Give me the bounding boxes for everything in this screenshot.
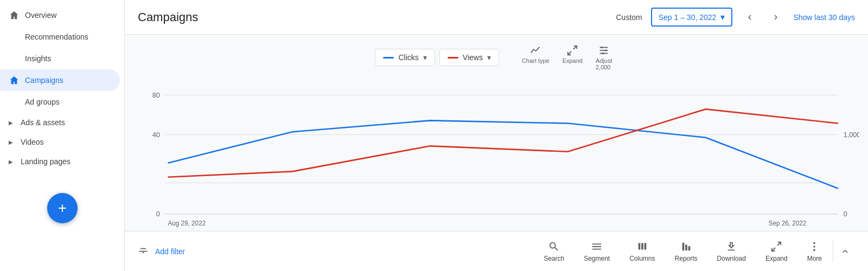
svg-text:Aug 29, 2022: Aug 29, 2022 bbox=[168, 219, 206, 227]
sidebar-item-overview[interactable]: Overview bbox=[0, 4, 120, 26]
svg-line-24 bbox=[772, 247, 775, 250]
campaigns-home-icon bbox=[9, 75, 20, 86]
clicks-metric-button[interactable]: Clicks ▾ bbox=[375, 49, 435, 66]
download-label: Download bbox=[717, 255, 746, 262]
svg-point-7 bbox=[602, 53, 604, 55]
search-label: Search bbox=[544, 255, 564, 262]
custom-label: Custom bbox=[616, 13, 642, 22]
sidebar: Overview Recommendations Insights Campai… bbox=[0, 0, 125, 271]
svg-rect-21 bbox=[685, 244, 687, 250]
expand-toolbar-button[interactable]: Expand bbox=[757, 236, 796, 267]
sidebar-item-recommendations-label: Recommendations bbox=[25, 33, 88, 41]
segment-label: Segment bbox=[584, 255, 610, 262]
expand-label: Expand bbox=[563, 57, 583, 64]
date-range-dropdown[interactable]: Sep 1 – 30, 2022 ▾ bbox=[651, 8, 733, 27]
toolbar-actions: Search Segment Columns bbox=[535, 236, 831, 267]
svg-point-26 bbox=[813, 246, 815, 248]
ad-groups-icon bbox=[9, 96, 20, 107]
prev-period-button[interactable] bbox=[741, 9, 758, 26]
svg-point-5 bbox=[601, 47, 603, 49]
svg-text:Sep 26, 2022: Sep 26, 2022 bbox=[769, 219, 807, 227]
views-metric-button[interactable]: Views ▾ bbox=[439, 49, 499, 66]
svg-point-6 bbox=[605, 49, 607, 51]
chart-controls: Clicks ▾ Views ▾ Chart type bbox=[133, 35, 859, 78]
svg-rect-20 bbox=[682, 242, 684, 250]
columns-label: Columns bbox=[629, 255, 655, 262]
dropdown-chevron-icon: ▾ bbox=[720, 12, 725, 22]
expand-toolbar-label: Expand bbox=[765, 255, 788, 262]
main-content: Campaigns Custom Sep 1 – 30, 2022 ▾ Show… bbox=[125, 0, 868, 271]
page-title: Campaigns bbox=[138, 10, 607, 24]
views-label: Views bbox=[463, 53, 483, 62]
toolbar-divider bbox=[833, 241, 833, 262]
next-period-button[interactable] bbox=[767, 9, 784, 26]
reports-button[interactable]: Reports bbox=[666, 236, 706, 267]
clicks-dropdown-icon: ▾ bbox=[423, 53, 427, 62]
svg-line-0 bbox=[573, 46, 577, 49]
home-icon bbox=[9, 10, 20, 21]
more-button[interactable]: More bbox=[799, 236, 831, 267]
views-line-indicator bbox=[448, 57, 458, 59]
expand-chart-button[interactable]: Expand bbox=[557, 41, 588, 74]
svg-text:0: 0 bbox=[156, 209, 160, 217]
sidebar-item-videos[interactable]: ▶ Videos bbox=[0, 132, 120, 152]
show-last-30-days-link[interactable]: Show last 30 days bbox=[793, 13, 855, 22]
svg-text:40: 40 bbox=[152, 130, 160, 138]
recommendations-icon bbox=[9, 31, 20, 42]
svg-text:80: 80 bbox=[152, 91, 160, 99]
sidebar-item-overview-label: Overview bbox=[25, 11, 56, 20]
fab-icon: + bbox=[58, 199, 67, 217]
add-filter-label[interactable]: Add filter bbox=[155, 247, 185, 256]
svg-point-27 bbox=[813, 249, 815, 251]
expand-arrow-ads: ▶ bbox=[9, 120, 13, 126]
sidebar-item-landing-pages[interactable]: ▶ Landing pages bbox=[0, 152, 120, 171]
views-dropdown-icon: ▾ bbox=[487, 53, 491, 62]
svg-point-25 bbox=[813, 242, 815, 244]
sidebar-item-insights-label: Insights bbox=[25, 54, 51, 63]
date-range-value: Sep 1 – 30, 2022 bbox=[659, 13, 717, 22]
sidebar-item-campaigns[interactable]: Campaigns bbox=[0, 69, 120, 91]
chart-area: Clicks ▾ Views ▾ Chart type bbox=[125, 35, 868, 231]
collapse-button[interactable] bbox=[835, 242, 855, 261]
download-button[interactable]: Download bbox=[709, 236, 755, 267]
bottom-toolbar: Add filter Search Segment Columns bbox=[125, 231, 868, 271]
svg-line-23 bbox=[777, 242, 781, 245]
search-button[interactable]: Search bbox=[535, 236, 573, 267]
adjust-label: Adjust2,000 bbox=[596, 57, 612, 70]
expand-arrow-videos: ▶ bbox=[9, 139, 13, 145]
sidebar-item-insights[interactable]: Insights bbox=[0, 48, 120, 69]
page-header: Campaigns Custom Sep 1 – 30, 2022 ▾ Show… bbox=[125, 0, 868, 35]
sidebar-item-ad-groups[interactable]: Ad groups bbox=[0, 91, 120, 113]
sidebar-item-ads-assets-label: Ads & assets bbox=[21, 118, 65, 127]
chart-tools: Chart type Expand bbox=[516, 41, 618, 74]
sidebar-item-campaigns-label: Campaigns bbox=[25, 76, 63, 85]
fab-button[interactable]: + bbox=[47, 193, 78, 223]
adjust-button[interactable]: Adjust2,000 bbox=[590, 41, 618, 74]
chart-type-button[interactable]: Chart type bbox=[516, 41, 555, 74]
expand-arrow-landing: ▶ bbox=[9, 159, 13, 165]
clicks-line-indicator bbox=[383, 57, 394, 59]
filter-icon bbox=[138, 245, 149, 257]
sidebar-item-landing-pages-label: Landing pages bbox=[21, 157, 71, 166]
more-label: More bbox=[807, 255, 822, 262]
sidebar-item-recommendations[interactable]: Recommendations bbox=[0, 26, 120, 48]
segment-button[interactable]: Segment bbox=[575, 236, 618, 267]
chart-type-label: Chart type bbox=[522, 57, 550, 64]
columns-button[interactable]: Columns bbox=[621, 236, 663, 267]
clicks-label: Clicks bbox=[398, 53, 418, 62]
svg-line-1 bbox=[568, 51, 571, 55]
line-chart: 80 40 0 1,000 0 Aug 29, 2022 Sep 26, 202… bbox=[133, 78, 859, 231]
insights-icon bbox=[9, 53, 20, 64]
reports-label: Reports bbox=[675, 255, 698, 262]
sidebar-item-videos-label: Videos bbox=[21, 138, 44, 146]
sidebar-item-ads-assets[interactable]: ▶ Ads & assets bbox=[0, 113, 120, 132]
svg-text:0: 0 bbox=[844, 209, 847, 217]
filter-area: Add filter bbox=[138, 245, 535, 257]
svg-text:1,000: 1,000 bbox=[844, 130, 859, 138]
svg-rect-22 bbox=[688, 246, 690, 250]
sidebar-item-ad-groups-label: Ad groups bbox=[25, 98, 60, 106]
